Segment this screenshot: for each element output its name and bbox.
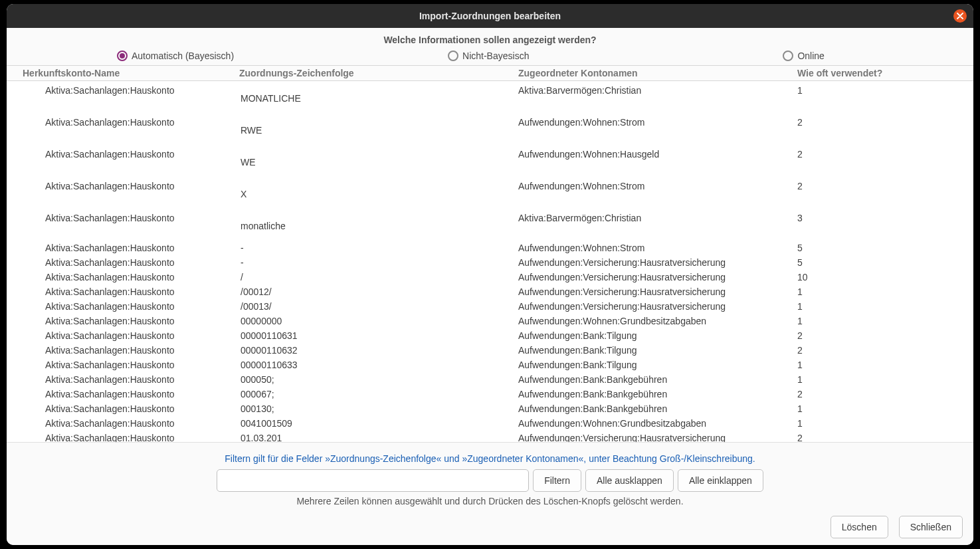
table-row[interactable]: Aktiva:Sachanlagen:Hauskonto/Aufwendunge…: [7, 270, 973, 284]
table-row[interactable]: Aktiva:Sachanlagen:Hauskonto00000000Aufw…: [7, 314, 973, 328]
cell-c1: Aktiva:Sachanlagen:Hauskonto: [7, 360, 233, 370]
cell-c1: Aktiva:Sachanlagen:Hauskonto: [7, 286, 233, 297]
cell-c2: -: [233, 257, 518, 268]
cell-c3: Aufwendungen:Versicherung:Hausratversich…: [518, 272, 797, 282]
table-row[interactable]: Aktiva:Sachanlagen:HauskontoWEAufwendung…: [7, 145, 973, 177]
delete-hint: Mehrere Zeilen können ausgewählt und dur…: [17, 496, 963, 506]
cell-c1: Aktiva:Sachanlagen:Hauskonto: [7, 345, 233, 356]
cell-c3: Aufwendungen:Versicherung:Hausratversich…: [518, 433, 797, 442]
cell-c2: RWE: [233, 117, 518, 136]
cell-c4: 3: [797, 213, 963, 223]
expand-all-button[interactable]: Alle ausklappen: [585, 469, 674, 492]
column-header-source[interactable]: Herkunftskonto-Name: [7, 68, 233, 78]
cell-c4: 5: [797, 243, 963, 253]
cell-c4: 1: [797, 301, 963, 312]
window-title: Import-Zuordnungen bearbeiten: [419, 11, 561, 21]
radio-label: Automatisch (Bayesisch): [132, 51, 234, 61]
cell-c1: Aktiva:Sachanlagen:Hauskonto: [7, 117, 233, 128]
table-row[interactable]: Aktiva:Sachanlagen:Hauskonto01.03.201Auf…: [7, 431, 973, 442]
cell-c2: MONATLICHE: [233, 85, 518, 104]
cell-c4: 1: [797, 374, 963, 385]
cell-c3: Aufwendungen:Bank:Bankgebühren: [518, 374, 797, 385]
cell-c2: 000130;: [233, 403, 518, 414]
table-body[interactable]: Aktiva:Sachanlagen:HauskontoMONATLICHEAk…: [7, 81, 973, 442]
cell-c4: 1: [797, 403, 963, 414]
cell-c4: 1: [797, 360, 963, 370]
collapse-all-button[interactable]: Alle einklappen: [678, 469, 763, 492]
radio-icon: [117, 51, 128, 61]
close-button[interactable]: Schließen: [899, 516, 963, 538]
cell-c2: /00013/: [233, 301, 518, 312]
cell-c4: 1: [797, 316, 963, 326]
delete-button[interactable]: Löschen: [831, 516, 888, 538]
table-row[interactable]: Aktiva:Sachanlagen:Hauskonto-Aufwendunge…: [7, 255, 973, 270]
cell-c4: 2: [797, 330, 963, 341]
cell-c1: Aktiva:Sachanlagen:Hauskonto: [7, 85, 233, 96]
table-row[interactable]: Aktiva:Sachanlagen:Hauskonto000067;Aufwe…: [7, 387, 973, 401]
table-row[interactable]: Aktiva:Sachanlagen:Hauskonto0041001509Au…: [7, 416, 973, 431]
cell-c3: Aufwendungen:Bank:Tilgung: [518, 345, 797, 356]
table-row[interactable]: Aktiva:Sachanlagen:HauskontomonatlicheAk…: [7, 209, 973, 241]
cell-c1: Aktiva:Sachanlagen:Hauskonto: [7, 243, 233, 253]
column-header-count[interactable]: Wie oft verwendet?: [797, 68, 963, 78]
cell-c1: Aktiva:Sachanlagen:Hauskonto: [7, 403, 233, 414]
cell-c3: Aufwendungen:Bank:Bankgebühren: [518, 403, 797, 414]
cell-c3: Aufwendungen:Bank:Bankgebühren: [518, 389, 797, 399]
cell-c2: 000067;: [233, 389, 518, 399]
cell-c4: 2: [797, 149, 963, 160]
table-row[interactable]: Aktiva:Sachanlagen:Hauskonto00000110632A…: [7, 343, 973, 358]
filter-hint: Filtern gilt für die Felder »Zuordnungs-…: [17, 453, 963, 464]
cell-c2: 0041001509: [233, 418, 518, 429]
table-row[interactable]: Aktiva:Sachanlagen:Hauskonto/00013/Aufwe…: [7, 299, 973, 314]
radio-icon: [448, 51, 458, 61]
cell-c1: Aktiva:Sachanlagen:Hauskonto: [7, 433, 233, 442]
filter-row: Filtern Alle ausklappen Alle einklappen: [17, 469, 963, 492]
cell-c3: Aufwendungen:Wohnen:Strom: [518, 181, 797, 191]
radio-online[interactable]: Online: [783, 51, 824, 61]
cell-c3: Aufwendungen:Wohnen:Grundbesitzabgaben: [518, 316, 797, 326]
titlebar: Import-Zuordnungen bearbeiten: [7, 4, 973, 28]
table-row[interactable]: Aktiva:Sachanlagen:Hauskonto000050;Aufwe…: [7, 372, 973, 387]
cell-c4: 1: [797, 418, 963, 429]
cell-c2: 000050;: [233, 374, 518, 385]
radio-label: Nicht-Bayesisch: [462, 51, 529, 61]
cell-c2: monatliche: [233, 213, 518, 231]
table-row[interactable]: Aktiva:Sachanlagen:HauskontoMONATLICHEAk…: [7, 81, 973, 113]
table-row[interactable]: Aktiva:Sachanlagen:HauskontoRWEAufwendun…: [7, 113, 973, 145]
cell-c2: 01.03.201: [233, 433, 518, 442]
window-close-button[interactable]: [953, 9, 967, 23]
cell-c2: WE: [233, 149, 518, 167]
filter-input[interactable]: [217, 469, 529, 492]
radio-label: Online: [797, 51, 824, 61]
table-row[interactable]: Aktiva:Sachanlagen:Hauskonto/00012/Aufwe…: [7, 284, 973, 299]
cell-c4: 2: [797, 389, 963, 399]
table-row[interactable]: Aktiva:Sachanlagen:Hauskonto00000110633A…: [7, 358, 973, 372]
cell-c4: 1: [797, 85, 963, 96]
table-row[interactable]: Aktiva:Sachanlagen:Hauskonto00000110631A…: [7, 328, 973, 343]
radio-auto-bayes[interactable]: Automatisch (Bayesisch): [117, 51, 234, 61]
filter-button[interactable]: Filtern: [533, 469, 581, 492]
cell-c1: Aktiva:Sachanlagen:Hauskonto: [7, 389, 233, 399]
column-header-mapped[interactable]: Zugeordneter Kontonamen: [518, 68, 797, 78]
cell-c2: /: [233, 272, 518, 282]
cell-c3: Aktiva:Barvermögen:Christian: [518, 213, 797, 223]
cell-c2: 00000110632: [233, 345, 518, 356]
cell-c1: Aktiva:Sachanlagen:Hauskonto: [7, 301, 233, 312]
cell-c4: 2: [797, 117, 963, 128]
cell-c3: Aktiva:Barvermögen:Christian: [518, 85, 797, 96]
cell-c1: Aktiva:Sachanlagen:Hauskonto: [7, 257, 233, 268]
cell-c3: Aufwendungen:Bank:Tilgung: [518, 360, 797, 370]
cell-c2: X: [233, 181, 518, 199]
column-header-match[interactable]: Zuordnungs-Zeichenfolge: [233, 68, 518, 78]
cell-c1: Aktiva:Sachanlagen:Hauskonto: [7, 149, 233, 160]
table-row[interactable]: Aktiva:Sachanlagen:HauskontoXAufwendunge…: [7, 177, 973, 209]
cell-c1: Aktiva:Sachanlagen:Hauskonto: [7, 272, 233, 282]
radio-non-bayes[interactable]: Nicht-Bayesisch: [448, 51, 529, 61]
close-icon: [957, 13, 963, 19]
table-row[interactable]: Aktiva:Sachanlagen:Hauskonto-Aufwendunge…: [7, 241, 973, 255]
cell-c3: Aufwendungen:Bank:Tilgung: [518, 330, 797, 341]
cell-c1: Aktiva:Sachanlagen:Hauskonto: [7, 316, 233, 326]
cell-c1: Aktiva:Sachanlagen:Hauskonto: [7, 330, 233, 341]
cell-c3: Aufwendungen:Wohnen:Hausgeld: [518, 149, 797, 160]
table-row[interactable]: Aktiva:Sachanlagen:Hauskonto000130;Aufwe…: [7, 401, 973, 416]
